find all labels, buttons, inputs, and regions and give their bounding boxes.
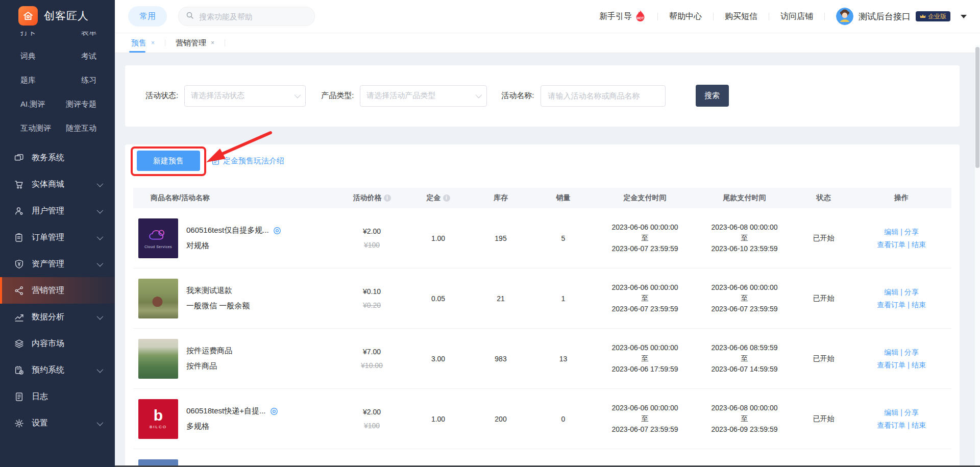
sidebar-item-label: 用户管理: [32, 206, 64, 216]
eye-icon[interactable]: [273, 227, 281, 235]
sidebar-item-教务系统[interactable]: 教务系统: [0, 144, 115, 171]
product-image: [138, 279, 178, 318]
sidebar-subitem-随堂互动[interactable]: 随堂互动: [66, 116, 96, 140]
product-type-select[interactable]: 请选择活动产品类型: [360, 85, 487, 107]
chevron-down-icon: [97, 419, 104, 426]
action-编辑[interactable]: 编辑: [884, 348, 898, 356]
action-结束[interactable]: 结束: [912, 361, 926, 369]
hot-flame-icon: HOT: [634, 10, 646, 23]
user-icon: [14, 206, 24, 216]
sidebar-item-label: 预约系统: [32, 365, 64, 376]
final-pay-time: 2023-06-08 00:00:00至2023-06-10 23:59:59: [695, 222, 794, 254]
product-title: 060518test快递+自提...: [186, 406, 266, 416]
sidebar-item-用户管理[interactable]: 用户管理: [0, 198, 115, 224]
sidebar-subitem-测评专题[interactable]: 测评专题: [66, 92, 96, 116]
column-header-定金支付时间: 定金支付时间: [595, 193, 695, 203]
sidebar-subitem-表单[interactable]: 表单: [81, 32, 96, 44]
sidebar-item-实体商城[interactable]: 实体商城: [0, 171, 115, 198]
chevron-down-icon: [97, 366, 104, 373]
sales: 13: [531, 355, 595, 363]
brand-name: 创客匠人: [44, 9, 89, 23]
row-actions: 编辑 | 分享查看订单 | 结束: [853, 346, 950, 372]
action-查看订单[interactable]: 查看订单: [877, 421, 905, 429]
table-row: 060516test快递商品1 2023-06-06 00:00:00 2023…: [133, 449, 951, 467]
action-分享[interactable]: 分享: [904, 408, 919, 416]
filter-panel: 活动状态: 请选择活动状态 产品类型: 请选择活动产品类型 活动名称: 搜索: [125, 65, 960, 127]
chevron-down-icon: [476, 92, 482, 99]
create-presale-button[interactable]: 新建预售: [137, 151, 200, 171]
quick-access-pill[interactable]: 常用: [128, 6, 167, 27]
chevron-down-icon: [97, 260, 104, 266]
sidebar-item-label: 设置: [32, 418, 48, 429]
action-编辑[interactable]: 编辑: [884, 228, 898, 236]
column-header-定金: 定金i: [406, 193, 470, 203]
sidebar-subitem-练习[interactable]: 练习: [81, 68, 96, 92]
sidebar-subitem-打卡[interactable]: 打卡: [20, 32, 59, 44]
product-image: [138, 339, 178, 379]
deposit: 0.05: [406, 294, 470, 303]
topbar-link-购买短信[interactable]: 购买短信: [725, 11, 757, 22]
activity-status-select[interactable]: 请选择活动状态: [184, 85, 306, 107]
sidebar-item-营销管理[interactable]: 营销管理: [0, 277, 115, 304]
status: 已开始: [794, 414, 853, 424]
sidebar-subitem-AI.测评[interactable]: AI.测评: [20, 92, 59, 116]
activity-name-input[interactable]: [547, 91, 659, 101]
presale-guide-link[interactable]: 定金预售玩法介绍: [211, 156, 284, 166]
tab-预售[interactable]: 预售 ×: [129, 33, 157, 53]
topbar-link-帮助中心[interactable]: 帮助中心: [669, 11, 702, 22]
school-icon: [14, 153, 24, 163]
topbar-search[interactable]: [178, 7, 315, 26]
sidebar-subitem-考试[interactable]: 考试: [81, 44, 96, 68]
search-button[interactable]: 搜索: [696, 85, 729, 107]
topbar-link-新手引导[interactable]: 新手引导HOT: [599, 10, 646, 23]
activity-price: ¥2.00¥100: [337, 227, 406, 249]
analytics-icon: [14, 312, 24, 322]
topbar-link-访问店铺[interactable]: 访问店铺: [780, 11, 813, 22]
close-icon[interactable]: ×: [211, 39, 214, 46]
scrollbar-thumb[interactable]: [975, 47, 979, 168]
row-actions: 编辑 | 分享查看订单 | 结束: [853, 286, 950, 311]
tab-营销管理[interactable]: 营销管理 ×: [174, 33, 216, 53]
tab-label: 营销管理: [176, 38, 206, 48]
action-结束[interactable]: 结束: [912, 240, 926, 249]
activity-status-label: 活动状态:: [145, 91, 178, 101]
brand-logo-icon: [18, 6, 38, 26]
order-icon: [14, 233, 24, 242]
stock: 195: [470, 234, 531, 242]
sidebar-item-数据分析[interactable]: 数据分析: [0, 304, 115, 330]
action-结束[interactable]: 结束: [912, 301, 926, 309]
column-header-操作: 操作: [853, 193, 950, 203]
search-icon: [186, 11, 194, 21]
action-分享[interactable]: 分享: [904, 288, 919, 296]
close-icon[interactable]: ×: [151, 39, 155, 46]
chevron-down-icon: [97, 233, 104, 240]
sidebar-item-设置[interactable]: 设置: [0, 410, 115, 436]
sidebar-subitem-词典[interactable]: 词典: [20, 44, 59, 68]
activity-name-input-wrap: [541, 85, 666, 107]
action-查看订单[interactable]: 查看订单: [877, 240, 905, 249]
action-查看订单[interactable]: 查看订单: [877, 361, 905, 369]
sidebar-item-预约系统[interactable]: 预约系统: [0, 357, 115, 383]
action-分享[interactable]: 分享: [904, 348, 919, 356]
sidebar-item-订单管理[interactable]: 订单管理: [0, 224, 115, 251]
divider: [225, 39, 225, 46]
product-type-label: 产品类型:: [321, 91, 354, 101]
action-编辑[interactable]: 编辑: [884, 288, 898, 296]
sidebar-subitem-互动测评[interactable]: 互动测评: [20, 116, 59, 140]
column-header-商品名称/活动名称: 商品名称/活动名称: [133, 193, 337, 203]
sidebar-subitem-题库[interactable]: 题库: [20, 68, 59, 92]
user-menu[interactable]: 测试后台接口 企业版: [836, 8, 967, 25]
column-header-尾款支付时间: 尾款支付时间: [695, 193, 794, 203]
action-查看订单[interactable]: 查看订单: [877, 301, 905, 309]
sidebar-item-内容市场[interactable]: 内容市场: [0, 330, 115, 357]
sidebar-item-日志[interactable]: 日志: [0, 383, 115, 410]
sidebar-item-资产管理[interactable]: 资产管理: [0, 251, 115, 277]
search-input[interactable]: [198, 12, 307, 21]
action-结束[interactable]: 结束: [912, 421, 926, 429]
eye-icon[interactable]: [270, 407, 278, 415]
action-编辑[interactable]: 编辑: [884, 408, 898, 416]
brand: 创客匠人: [0, 0, 115, 32]
column-header-销量: 销量: [531, 193, 595, 203]
action-分享[interactable]: 分享: [904, 228, 919, 236]
product-subtitle: 对规格: [186, 241, 281, 251]
